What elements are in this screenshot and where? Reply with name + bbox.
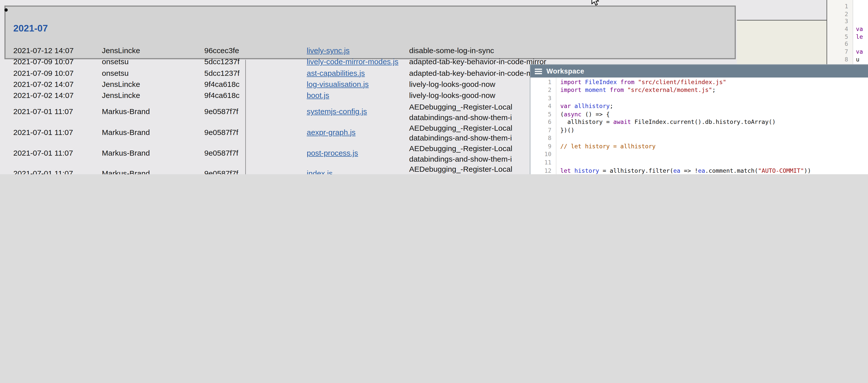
keyword-token: from (610, 86, 624, 93)
code-line[interactable]: (async () => { (560, 110, 868, 118)
window-title: Workspace (547, 67, 584, 75)
code-token (582, 78, 585, 85)
commit-author: Markus-Brand (102, 163, 205, 174)
commit-hash[interactable]: 5dcc1237f (204, 57, 307, 68)
file-link[interactable]: ast-capabilities.js (307, 69, 365, 77)
file-link[interactable]: index.js (307, 170, 333, 174)
code-line[interactable]: allhistory = await FileIndex.current().d… (560, 118, 868, 126)
line-number: 5 (530, 110, 552, 118)
menu-hamburger-icon[interactable] (535, 67, 542, 75)
file-link[interactable]: aexpr-graph.js (307, 128, 355, 137)
workspace-editor-gutter: 1234567891011121314151617181920212223242… (530, 78, 552, 174)
commit-date: 2021-07-02 14:07 (0, 79, 102, 90)
code-line[interactable] (856, 18, 868, 26)
code-line[interactable]: va (856, 26, 868, 33)
code-line[interactable]: le (856, 33, 868, 40)
code-token: history (575, 167, 599, 173)
commit-author: JensLincke (102, 79, 205, 90)
code-line[interactable]: u (856, 56, 868, 63)
commit-file: lively-code-mirror-modes.js (307, 57, 409, 68)
commit-hash[interactable]: 9e0587f7f (204, 122, 307, 143)
commit-author: Markus-Brand (102, 101, 205, 122)
code-line[interactable] (560, 158, 868, 166)
side-editor-code[interactable]: valevau (856, 3, 868, 63)
file-link[interactable]: boot.js (307, 91, 329, 100)
line-number: 8 (827, 56, 852, 63)
code-line[interactable]: let history = allhistory.filter(ea => !e… (560, 166, 868, 174)
commit-file: boot.js (307, 90, 409, 102)
commit-file: log-visualisation.js (307, 79, 409, 90)
keyword-token: va (856, 49, 863, 55)
keyword-token: import (560, 78, 582, 85)
code-token: allhistory = (560, 119, 613, 125)
code-token (571, 167, 575, 173)
commit-hash[interactable]: 5dcc1237f (204, 68, 307, 79)
code-token: u (856, 56, 860, 62)
commit-file: aexpr-graph.js (307, 122, 409, 143)
file-link[interactable]: log-visualisation.js (307, 80, 369, 89)
file-link[interactable]: lively-code-mirror-modes.js (307, 58, 398, 66)
code-line[interactable] (856, 40, 868, 48)
code-line[interactable]: })() (560, 126, 868, 134)
commit-hash[interactable]: 9f4ca618c (204, 79, 307, 90)
code-line[interactable] (856, 3, 868, 10)
commit-date: 2021-07-01 11:07 (0, 122, 102, 143)
code-line[interactable]: // let history = allhistory (560, 142, 868, 150)
code-token: )) (804, 167, 811, 173)
line-number: 10 (530, 150, 552, 158)
keyword-token: le (856, 33, 863, 39)
code-token: FileIndex.current().db.history.toArray() (631, 119, 776, 125)
commit-hash[interactable]: 96ccec3fe (204, 45, 307, 57)
line-number: 1 (827, 3, 852, 10)
line-number: 3 (827, 18, 852, 26)
commit-date: 2021-07-09 10:07 (0, 68, 102, 79)
file-link[interactable]: post-process.js (307, 149, 358, 157)
keyword-token: var (560, 102, 571, 109)
string-token: "AUTO-COMMIT" (758, 167, 804, 173)
code-line[interactable]: va (856, 49, 868, 56)
commit-hash[interactable]: 9e0587f7f (204, 163, 307, 174)
code-token: FileIndex (585, 78, 617, 85)
code-token: allhistory (575, 102, 610, 109)
code-token (624, 86, 627, 93)
file-link[interactable]: lively-sync.js (307, 46, 349, 55)
commit-author: Markus-Brand (102, 143, 205, 163)
code-line[interactable]: var allhistory; (560, 102, 868, 110)
commit-author: onsetsu (102, 57, 205, 68)
code-line[interactable] (856, 10, 868, 18)
line-number: 3 (530, 94, 552, 102)
line-number: 11 (530, 158, 552, 166)
code-token: => ! (680, 167, 698, 173)
code-line[interactable] (560, 94, 868, 102)
line-number: 2 (530, 86, 552, 94)
workspace-window: Workspace 123456789101112131415161718192… (530, 65, 868, 174)
commit-file: ast-capabilities.js (307, 68, 409, 79)
gutter-divider (556, 77, 556, 174)
month-heading: 2021-07 (13, 24, 48, 33)
commit-hash[interactable]: 9e0587f7f (204, 101, 307, 122)
code-line[interactable] (560, 134, 868, 142)
workspace-titlebar[interactable]: Workspace (530, 65, 868, 77)
commit-author: Markus-Brand (102, 122, 205, 143)
line-number: 2 (827, 10, 852, 18)
code-line[interactable]: import moment from "src/external/moment.… (560, 86, 868, 94)
commit-author: JensLincke (102, 45, 205, 57)
code-token (606, 86, 610, 93)
commit-hash[interactable]: 9f4ca618c (204, 90, 307, 102)
string-token: "src/client/fileindex.js" (638, 78, 726, 85)
workspace-code-editor[interactable]: import FileIndex from "src/client/filein… (560, 78, 868, 174)
keyword-token: await (613, 119, 631, 125)
file-link[interactable]: systemjs-config.js (307, 108, 367, 116)
line-number: 7 (530, 126, 552, 134)
code-line[interactable] (560, 150, 868, 158)
comment-token: // let history = allhistory (560, 143, 656, 149)
commit-file: post-process.js (307, 143, 409, 163)
side-code-editor[interactable]: 12345678 valevau (827, 0, 868, 65)
commit-hash[interactable]: 9e0587f7f (204, 143, 307, 163)
commit-file: systemjs-config.js (307, 101, 409, 122)
code-line[interactable]: import FileIndex from "src/client/filein… (560, 78, 868, 86)
commit-date: 2021-07-12 14:07 (0, 45, 102, 57)
code-token (571, 102, 575, 109)
line-number: 5 (827, 33, 852, 40)
code-token (634, 78, 638, 85)
